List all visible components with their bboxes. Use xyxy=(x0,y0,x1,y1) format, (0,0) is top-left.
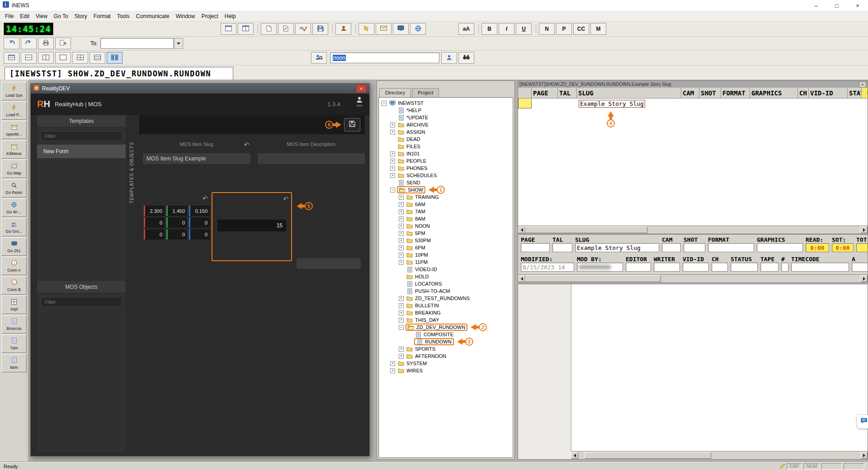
tree-expander-icon[interactable]: + xyxy=(399,202,404,207)
form-field-shot[interactable] xyxy=(684,243,705,252)
tree-item-wires[interactable]: +WIRES xyxy=(379,367,513,374)
story-form-hscrollbar[interactable] xyxy=(518,274,868,282)
rundown-col-shot[interactable]: SHOT xyxy=(699,88,721,99)
rundown-col-cam[interactable]: CAM xyxy=(681,88,699,99)
template-item-new-form[interactable]: New Form xyxy=(37,145,126,158)
sidebar-item-openm[interactable]: openM... xyxy=(1,121,27,139)
tree-item-11pm[interactable]: +11PM xyxy=(379,258,513,266)
tree-expander-icon[interactable]: + xyxy=(399,209,404,214)
tree-item-in101[interactable]: +IN101 xyxy=(379,150,513,157)
rundown-col-marker[interactable] xyxy=(518,88,532,99)
tree-item-files[interactable]: FILES xyxy=(379,143,513,150)
menu-item-communicate[interactable]: Communicate xyxy=(133,12,173,21)
form-field-ch[interactable] xyxy=(712,263,728,272)
tree-expander-icon[interactable]: + xyxy=(390,151,395,156)
matrix-cell-0-2[interactable]: 0.150 xyxy=(189,206,210,216)
form-field-cam[interactable] xyxy=(662,243,681,252)
tree-item-inewstst[interactable]: −INEWSTST xyxy=(379,99,513,107)
view-rows-button[interactable] xyxy=(90,52,105,64)
menu-item-view[interactable]: View xyxy=(33,12,51,21)
tree-item-noon[interactable]: +NOON xyxy=(379,222,513,230)
sidebar-item-go-resrc[interactable]: Go Resrc xyxy=(1,179,27,197)
menu-item-go-to[interactable]: Go To xyxy=(51,12,71,21)
form-field-page[interactable] xyxy=(521,243,550,252)
tree-item-schedules[interactable]: +SCHEDULES xyxy=(379,172,513,179)
route-story-button[interactable] xyxy=(55,38,71,49)
menu-item-project[interactable]: Project xyxy=(198,12,221,21)
form-field-status[interactable] xyxy=(731,263,758,272)
view-quad-button[interactable] xyxy=(72,52,88,64)
tree-item-this-day[interactable]: +THIS_DAY xyxy=(379,316,513,324)
menu-item-format[interactable]: Format xyxy=(90,12,114,21)
tree-expander-icon[interactable]: + xyxy=(390,159,395,164)
tree-expander-icon[interactable]: + xyxy=(399,224,404,229)
rundown-cell-ch[interactable] xyxy=(798,99,809,108)
sidebar-item-go-w[interactable]: Go W-... xyxy=(1,198,27,217)
rundown-row[interactable]: Example Story Slug xyxy=(518,99,868,108)
menu-item-story[interactable]: Story xyxy=(71,12,90,21)
form-field-a[interactable] xyxy=(852,263,868,272)
matrix-cell-0-0[interactable]: 2.300 xyxy=(144,206,165,216)
menu-item-help[interactable]: Help xyxy=(222,12,239,21)
form-field-writer[interactable] xyxy=(654,263,680,272)
rundown-col-tal[interactable]: TAL xyxy=(558,88,577,99)
mos-item-slug-input[interactable]: MOS Item Slug Example xyxy=(143,153,250,164)
form-field-vid-id[interactable] xyxy=(683,263,709,272)
tree-item-hold[interactable]: HOLD xyxy=(379,273,513,280)
tree-expander-icon[interactable]: − xyxy=(382,101,387,106)
realityhub-titlebar[interactable]: R RealityDEV × xyxy=(31,84,369,94)
tree-expander-icon[interactable]: + xyxy=(399,260,404,265)
matrix-cell-0-1[interactable]: 1.450 xyxy=(166,206,187,216)
matrix-cell-1-2[interactable]: 0 xyxy=(189,217,210,228)
sidebar-item-conn-a[interactable]: 1Conn A xyxy=(1,257,27,275)
sidebar-item-go-map[interactable]: Go Map xyxy=(1,160,27,178)
scroll-thumb[interactable] xyxy=(525,275,661,282)
tree-expander-icon[interactable]: + xyxy=(390,166,395,171)
story-body-panel[interactable] xyxy=(518,284,868,460)
tree-expander-icon[interactable]: + xyxy=(399,310,404,315)
tree-item-bulletin[interactable]: +BULLETIN xyxy=(379,302,513,309)
rundown-cell-vid-id[interactable] xyxy=(809,99,848,108)
tree-expander-icon[interactable]: + xyxy=(390,122,395,127)
tree-item-assign[interactable]: +ASSIGN xyxy=(379,128,513,136)
tree-expander-icon[interactable]: + xyxy=(399,296,404,301)
sidebar-item-7am[interactable]: 7am xyxy=(1,334,27,353)
matrix-cell-2-2[interactable]: 0 xyxy=(189,229,210,240)
send-mail-button[interactable] xyxy=(376,23,392,35)
tree-expander-icon[interactable]: + xyxy=(399,318,404,323)
view-single-button[interactable] xyxy=(55,52,71,64)
scroll-thumb[interactable] xyxy=(585,452,711,459)
rundown-col-page[interactable]: PAGE xyxy=(532,88,558,99)
notification-bubble-icon[interactable] xyxy=(857,415,868,428)
scroll-left-button[interactable] xyxy=(571,452,578,459)
open-window-button[interactable] xyxy=(238,23,254,35)
tree-expander-icon[interactable]: + xyxy=(399,253,404,258)
tree-item-rundown[interactable]: RUNDOWN3 xyxy=(379,338,513,345)
nav-back-button[interactable] xyxy=(4,38,19,49)
tree-item-afternoon[interactable]: +AFTERNOON xyxy=(379,352,513,360)
tree-expander-icon[interactable]: + xyxy=(390,130,395,135)
undo-slug-icon[interactable]: ↶ xyxy=(244,141,250,148)
mos-item-description-input[interactable] xyxy=(258,153,365,164)
mos-objects-filter-input[interactable] xyxy=(41,297,122,307)
rundown-col-ch[interactable]: CH xyxy=(798,88,809,99)
search-user-button[interactable] xyxy=(311,52,327,64)
tree-expander-icon[interactable]: + xyxy=(390,361,395,366)
tree-item-system[interactable]: +SYSTEM xyxy=(379,360,513,367)
find-person-button[interactable] xyxy=(441,52,457,64)
view-split-v-button[interactable] xyxy=(38,52,54,64)
undo-duration-icon[interactable]: ↶ xyxy=(283,196,288,202)
view-columns-button[interactable] xyxy=(107,52,123,64)
sidebar-item-killmess[interactable]: KillMess xyxy=(1,140,27,159)
tab-project[interactable]: Project xyxy=(412,88,439,97)
to-input[interactable] xyxy=(100,38,174,49)
tree-expander-icon[interactable]: + xyxy=(399,245,404,250)
form-field-read[interactable]: 0:00 xyxy=(806,243,829,252)
realityhub-user-menu[interactable]: mos xyxy=(356,96,363,107)
rundown-cell-slug[interactable]: Example Story Slug xyxy=(577,99,681,108)
save-story-button[interactable] xyxy=(312,23,328,35)
tree-expander-icon[interactable]: + xyxy=(399,231,404,236)
search-input[interactable]: noon xyxy=(330,52,439,63)
spell-check-button[interactable]: ab xyxy=(295,23,311,35)
form-field-[interactable] xyxy=(781,263,788,272)
